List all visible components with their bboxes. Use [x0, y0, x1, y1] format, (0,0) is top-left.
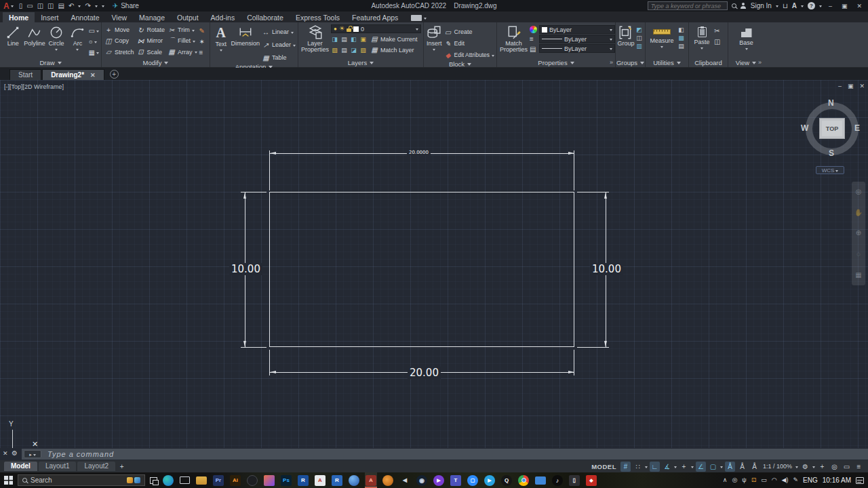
plot-button[interactable]: ▤ — [58, 3, 64, 9]
taskbar-app-obs[interactable] — [246, 472, 258, 488]
share-button[interactable]: ✈ Share — [113, 2, 139, 9]
layer-unlock-icon[interactable]: ▨ — [359, 47, 367, 54]
autodesk-account-icon[interactable]: A — [792, 3, 797, 9]
fillet-button[interactable]: ⌒Fillet — [167, 35, 197, 46]
quick-select-icon[interactable]: ◧ — [677, 26, 685, 33]
isodraft-caret[interactable] — [691, 466, 694, 470]
layer-lock-tool-icon[interactable]: ▣ — [359, 36, 367, 43]
taskbar-app-r-blue[interactable]: R — [331, 472, 343, 488]
edit-attributes-button[interactable]: ◆Edit Attributes — [444, 49, 494, 60]
annotation-scale-icon[interactable]: Å — [749, 462, 760, 472]
close-button[interactable]: ✕ — [854, 3, 865, 9]
pan-icon[interactable]: ✋ — [854, 209, 863, 216]
leader-button[interactable]: ↗Leader — [262, 39, 296, 50]
tab-insert[interactable]: Insert — [35, 12, 64, 22]
layer-unisolate-icon[interactable]: ▤ — [340, 36, 348, 43]
polar-tracking-toggle[interactable]: ∡ — [662, 462, 672, 472]
taskbar-app-epic[interactable]: ▯ — [568, 472, 580, 488]
restore-button[interactable]: ▣ — [839, 3, 850, 9]
create-block-button[interactable]: ▭Create — [444, 26, 494, 37]
copy-button[interactable]: ◫Copy — [104, 35, 134, 46]
annotation-visibility-toggle[interactable]: Å — [725, 462, 735, 472]
showmotion-icon[interactable]: ▦ — [855, 272, 861, 279]
wifi-icon[interactable]: ◠ — [772, 477, 777, 483]
tab-manage[interactable]: Manage — [133, 12, 171, 22]
taskbar-app-autocad-active[interactable]: A — [365, 472, 377, 488]
edit-block-button[interactable]: ✎Edit — [444, 38, 494, 49]
ribbon-display-toggle[interactable] — [411, 15, 427, 21]
lineweight-dropdown[interactable]: ByLayer — [539, 35, 615, 43]
measure-button[interactable]: Measure — [648, 24, 675, 58]
taskbar-app-photoshop[interactable]: Ps — [280, 472, 292, 488]
layout2-tab[interactable]: Layout2 — [77, 462, 115, 471]
ungroup-icon[interactable]: ◩ — [635, 26, 643, 33]
command-prompt[interactable]: Type a command — [47, 450, 114, 458]
autoscale-toggle[interactable]: Å — [737, 462, 747, 472]
extension-line-left-bottom[interactable] — [241, 347, 267, 348]
scale-button[interactable]: ⊡Scale — [137, 47, 165, 58]
base-button[interactable]: Base — [736, 24, 757, 58]
layer-freeze-icon[interactable]: ◧ — [350, 36, 357, 43]
taskbar-app-edge[interactable] — [162, 472, 174, 488]
drawing-close-button[interactable]: ✕ — [859, 83, 865, 89]
drawing-canvas[interactable]: [-][Top][2D Wireframe] – ▣ ✕ N W E S TOP… — [0, 80, 868, 448]
autocad-logo-icon[interactable]: A — [3, 2, 9, 10]
account-caret[interactable] — [801, 5, 804, 9]
taskbar-app-chrome[interactable] — [517, 472, 530, 488]
isolate-objects-icon[interactable]: ◎ — [829, 462, 840, 472]
viewcube-top-face[interactable]: TOP — [819, 118, 845, 139]
dimension-text-left[interactable]: 10.00 — [229, 263, 262, 275]
layer-dropdown[interactable]: ● ☀ 0 — [331, 24, 421, 33]
logo-menu-caret[interactable] — [11, 5, 14, 9]
save-button[interactable]: ◫ — [37, 3, 43, 9]
redo-button[interactable]: ↷ — [85, 3, 90, 9]
circle-caret[interactable] — [55, 49, 58, 52]
ortho-toggle[interactable]: ∟ — [650, 462, 660, 472]
base-caret[interactable] — [745, 48, 748, 52]
layer-isolate-icon[interactable]: ◨ — [331, 36, 338, 43]
text-caret[interactable] — [220, 49, 222, 53]
join-button[interactable]: ≡ — [199, 48, 205, 57]
help-search-input[interactable] — [648, 1, 728, 10]
dimension-text-right[interactable]: 10.00 — [590, 263, 623, 275]
snap-caret[interactable] — [645, 466, 648, 470]
search-icon[interactable] — [732, 3, 736, 8]
redo-caret[interactable] — [95, 5, 98, 9]
array-button[interactable]: ▦Array — [167, 47, 197, 58]
dimension-button[interactable]: Dimension — [231, 24, 260, 63]
color-wheel-icon[interactable] — [530, 26, 537, 33]
hardware-acceleration-icon[interactable]: ▭ — [842, 462, 852, 472]
properties-panel-label[interactable]: Properties» — [497, 58, 615, 67]
file-tab-close-icon[interactable]: ✕ — [90, 72, 96, 79]
workspace-caret[interactable] — [812, 466, 815, 470]
tab-view[interactable]: View — [106, 12, 134, 22]
qat-customize-caret[interactable] — [102, 5, 104, 9]
properties-dialog-launcher[interactable]: » — [610, 59, 613, 66]
taskbar-app-display[interactable] — [179, 472, 191, 488]
model-space-label[interactable]: MODEL — [591, 463, 616, 470]
viewcube-south[interactable]: S — [829, 148, 834, 158]
taskbar-app-photos[interactable] — [263, 472, 275, 488]
polyline-button[interactable]: Polyline — [24, 24, 45, 58]
snap-toggle[interactable]: ∷ — [633, 462, 643, 472]
app-store-cart-icon[interactable]: ⊔ — [783, 3, 788, 9]
orbit-icon[interactable]: ◌ — [856, 251, 861, 258]
copy-clip-button[interactable]: ◫ — [714, 37, 720, 46]
clipboard-panel-label[interactable]: Clipboard — [689, 58, 728, 67]
taskbar-app-telegram[interactable]: ▶ — [484, 472, 496, 488]
annotation-scale-value[interactable]: 1:1 / 100% — [762, 462, 793, 472]
taskbar-app-zoom[interactable]: ▢ — [467, 472, 479, 488]
annotation-monitor-icon[interactable]: + — [817, 462, 827, 472]
arc-caret[interactable] — [76, 49, 79, 52]
file-tab-start[interactable]: Start — [9, 69, 41, 80]
taskbar-app-acrobat[interactable]: ◆ — [585, 472, 597, 488]
explode-button[interactable]: ✶ — [199, 37, 205, 46]
draw-panel-label[interactable]: Draw — [0, 58, 101, 67]
taskbar-app-illustrator[interactable]: Ai — [229, 472, 241, 488]
stretch-button[interactable]: ▱Stretch — [104, 47, 134, 58]
isodraft-toggle[interactable]: + — [679, 462, 689, 472]
mirror-button[interactable]: ⋈Mirror — [137, 35, 165, 46]
tab-express-tools[interactable]: Express Tools — [290, 12, 346, 22]
start-button[interactable] — [4, 476, 13, 485]
taskbar-app-revit[interactable]: R — [297, 472, 309, 488]
